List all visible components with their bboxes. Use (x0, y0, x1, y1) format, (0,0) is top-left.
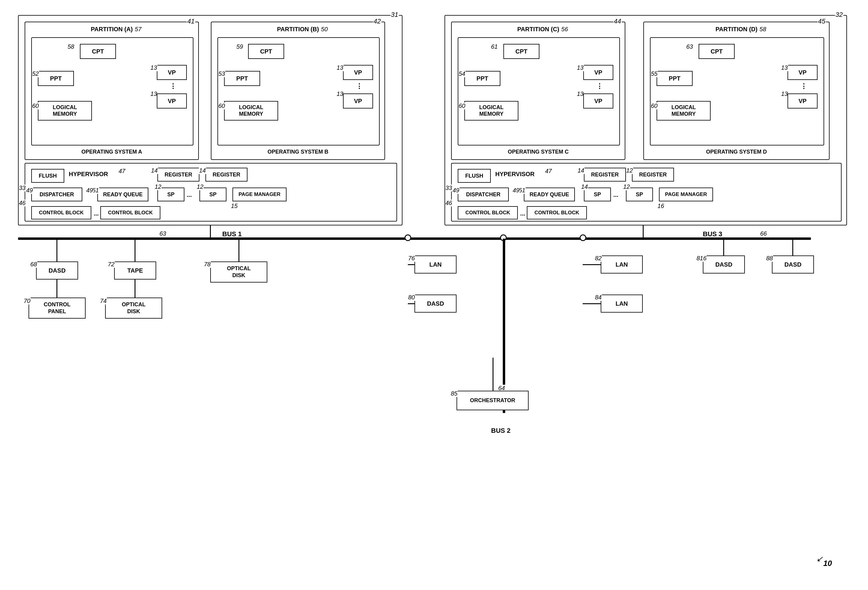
bus-junction-1 (404, 234, 411, 241)
ref-13-a1: 13 (150, 64, 157, 71)
bus2-label: BUS 2 (491, 427, 511, 435)
partition-a-label: PARTITION (A) (91, 26, 133, 33)
ref-88: 88 (766, 255, 773, 262)
ref-32: 32 (835, 11, 843, 19)
tape72-line (134, 239, 136, 262)
line-hv-left-to-bus (210, 225, 211, 239)
partition-c-outer: 44 PARTITION (C) 56 CPT 61 PPT 54 VP 13 … (451, 22, 625, 160)
dasd-68: DASD (36, 262, 78, 279)
dasd-88: DASD (772, 256, 814, 274)
lan76-line (408, 264, 415, 265)
diagram: 31 41 PARTITION (A) 57 CPT 58 PPT 52 VP … (12, 9, 856, 580)
control-block-left-1: CONTROL BLOCK (31, 206, 91, 219)
hypervisor-right-label: HYPERVISOR (495, 171, 534, 177)
ref-46-left: 46 (19, 200, 26, 207)
hypervisor-left-label: HYPERVISOR (69, 171, 108, 177)
od74-line (134, 279, 136, 298)
ppt-d: PPT (657, 71, 692, 86)
ref-60-d: 60 (651, 102, 658, 109)
ref-56: 56 (561, 26, 568, 33)
ref-33-left: 33 (19, 185, 26, 191)
ref-50: 50 (321, 26, 328, 33)
partition-d-label: PARTITION (D) (715, 26, 757, 33)
lan-76: LAN (415, 256, 456, 274)
ref-84: 84 (595, 294, 602, 301)
ppt-a: PPT (38, 71, 74, 86)
cpt-a: CPT (80, 44, 116, 59)
ref-63-bus1: 63 (159, 230, 167, 237)
control-block-right-2: CONTROL BLOCK (527, 206, 587, 219)
ready-queue-left: READY QUEUE (97, 188, 148, 201)
logical-memory-d: LOGICALMEMORY (657, 101, 711, 121)
hypervisor-right-outer: 33 46 FLUSH HYPERVISOR 47 REGISTER 14 RE… (451, 163, 841, 222)
ref-47-right: 47 (545, 168, 552, 174)
dasd-86: DASD (703, 256, 745, 274)
ref-10-main: 10 (823, 559, 832, 568)
ref-63: 63 (686, 43, 693, 50)
ref-74: 74 (100, 297, 107, 305)
dasd88-line (792, 239, 793, 256)
ref-70: 70 (24, 297, 31, 305)
bus3-line (583, 237, 811, 240)
ref-13-d1: 13 (781, 64, 788, 71)
ref-13-b2: 13 (337, 90, 344, 98)
dasd68-line (56, 239, 58, 262)
cp70-line (56, 279, 58, 298)
bus1-left (18, 237, 409, 240)
ref-14-left-1: 14 (151, 167, 158, 174)
ref-49-rq-left: 49 (86, 187, 93, 194)
ref-49-left: 49 (26, 187, 33, 194)
logical-memory-c: LOGICALMEMORY (464, 101, 518, 121)
bus1-label: BUS 1 (222, 230, 242, 238)
ref-14-right-1: 14 (577, 167, 585, 174)
ref-45: 45 (818, 18, 826, 25)
dispatcher-left: DISPATCHER (31, 188, 82, 201)
ppt-b: PPT (224, 71, 260, 86)
outer-box-left: 31 41 PARTITION (A) 57 CPT 58 PPT 52 VP … (18, 15, 403, 225)
cpt-c: CPT (503, 44, 539, 59)
os-d-label: OPERATING SYSTEM D (706, 149, 767, 155)
partition-c-inner: CPT 61 PPT 54 VP 13 ⋮ 13 VP LOGICALMEMOR… (458, 37, 620, 145)
page-manager-right: PAGE MANAGER (659, 188, 713, 201)
ref-53: 53 (218, 70, 225, 77)
ref-55: 55 (651, 70, 658, 77)
ref-80: 80 (408, 294, 415, 301)
vp-d-1: VP (787, 65, 818, 80)
ref-13-c2: 13 (577, 90, 584, 98)
vp-a-2: VP (157, 93, 187, 108)
ref-14-left-2: 14 (199, 167, 206, 174)
partition-d-inner: CPT 63 PPT 55 VP 13 ⋮ 13 VP LOGICALMEMOR… (650, 37, 824, 145)
ready-queue-right: READY QUEUE (524, 188, 575, 201)
ref-61: 61 (491, 43, 498, 50)
flush-right: FLUSH (458, 169, 491, 183)
ref-13-b1: 13 (337, 64, 344, 71)
lan-82: LAN (601, 256, 643, 274)
cpt-b: CPT (248, 44, 284, 59)
dasd-80: DASD (415, 294, 456, 313)
ref-60-b: 60 (218, 102, 225, 109)
ref-60-c: 60 (458, 102, 465, 109)
ref-31: 31 (390, 11, 399, 19)
ref-49-right: 49 (452, 187, 459, 194)
optical-disk-78: OPTICALDISK (210, 262, 267, 282)
register-right-2: REGISTER (632, 168, 674, 182)
ref-68: 68 (30, 261, 37, 268)
lan82-line (583, 264, 601, 265)
dasd86-line (723, 239, 724, 256)
ref-66-bus3: 66 (760, 230, 767, 237)
register-left-1: REGISTER (157, 168, 199, 182)
cpt-d: CPT (698, 44, 735, 59)
ref-60-a: 60 (32, 102, 39, 109)
arrow-10: ↙ (816, 554, 823, 563)
register-right-1: REGISTER (584, 168, 626, 182)
logical-memory-b: LOGICALMEMORY (224, 101, 278, 121)
ref-33-right: 33 (445, 185, 452, 191)
orch85-line (493, 358, 493, 391)
control-block-right-1: CONTROL BLOCK (458, 206, 518, 219)
ref-47-left: 47 (118, 168, 125, 174)
ref-12-right-sp: 12 (623, 183, 630, 190)
dispatcher-right: DISPATCHER (458, 188, 509, 201)
ppt-c: PPT (464, 71, 500, 86)
ref-42: 42 (373, 18, 381, 25)
ref-54: 54 (458, 70, 465, 77)
